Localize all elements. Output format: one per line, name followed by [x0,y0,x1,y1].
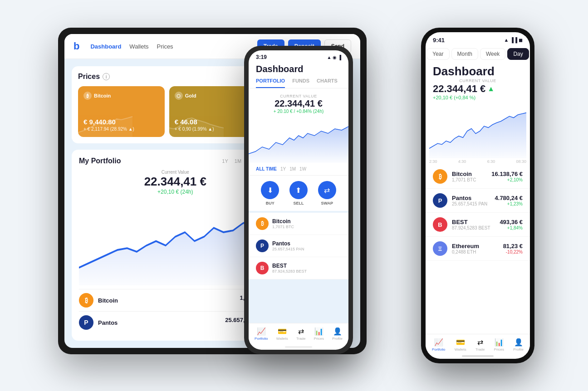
pr-btc-values: 16.138,76 € +2,10% [491,171,523,182]
ph-pan-icon: P [256,239,269,252]
ph-pan-info: Pantos 25.657,5415 PAN [272,240,341,251]
holding-pan[interactable]: P Pantos 25.657,5415 PAN 4.780,91 € [79,311,272,333]
wallets-nav-icon: 💳 [278,327,287,336]
nav-link-dashboard[interactable]: Dashboard [90,43,121,50]
pr-holding-btc[interactable]: ₿ Bitcoin 1,7071 BTC 16.138,76 € +2,10% [426,165,530,189]
phone-mid-time: 3:19 [256,54,267,60]
pr-nav-trade[interactable]: ⇄ Trade [475,338,485,352]
filter-1y[interactable]: 1Y [220,157,230,165]
value-label: Current Value [79,170,272,175]
phone-mid-chart [249,117,348,163]
pr-nav-profile[interactable]: 👤 Profile [513,338,524,352]
buy-icon: ⬇ [261,181,279,199]
sell-action[interactable]: ⬆ SELL [289,181,308,205]
pr-best-icon: B [433,217,447,232]
price-card-gold[interactable]: ⬡ Gold € 46.08 + € 0,90 (1.99% ▲) [169,86,256,137]
buy-action[interactable]: ⬇ BUY [261,181,279,205]
phone-mid-value-label: CURRENT VALUE [256,94,341,98]
nav-item-prices[interactable]: 📊 Prices [314,327,324,341]
pr-pan-icon: P [433,193,447,208]
pr-best-values: 493,36 € +1,84% [500,219,523,230]
swap-action[interactable]: ⇄ SWAP [318,181,336,205]
pr-tab-month[interactable]: Month [451,48,478,60]
pr-holding-eth[interactable]: Ξ Ethereum 0,2488 ETH 81,23 € -10,22% [426,237,530,261]
gold-change: + € 0,90 (1.99% ▲) [175,127,250,132]
phone-right-title: Dashboard [433,64,523,78]
pr-eth-info: Ethereum 0,2488 ETH [452,243,503,254]
phone-mid-tabs: PORTFOLIO FUNDS CHARTS [249,78,348,88]
phone-mid-bottom-nav: 📈 Portfolio 💳 Wallets ⇄ Trade 📊 Prices 👤 [249,323,348,344]
nav-link-wallets[interactable]: Wallets [129,43,148,50]
up-arrow-icon: ▲ [487,85,495,93]
pr-eth-values: 81,23 € -10,22% [503,243,523,254]
ph-btc-info: Bitcoin 1,7071 BTC [272,218,341,229]
phone-mid-holdings: ₿ Bitcoin 1,7071 BTC P Pantos 25.657,541… [249,213,348,279]
pr-tab-day[interactable]: Day [507,48,529,60]
pr-best-info: BEST 87.924,5283 BEST [452,219,500,230]
portfolio-nav-label: Portfolio [255,337,268,341]
pr-nav-prices[interactable]: 📊 Prices [494,338,504,352]
phone-right-status: 9:41 ▲ ▐▐ ◼ [426,32,530,45]
trade-nav-icon: ⇄ [298,327,304,336]
pr-btc-icon: ₿ [433,169,447,184]
sell-icon: ⬆ [289,181,308,199]
pr-nav-portfolio[interactable]: 📈 Portfolio [432,338,445,352]
btc-icon: ₿ [79,293,93,308]
btc-holding-name: Bitcoin [98,297,118,304]
phone-right-status-icons: ▲ ▐▐ ◼ [504,37,523,43]
phone-right-value: 22.344,41 € ▲ [433,83,523,95]
pr-nav-wallets[interactable]: 💳 Wallets [455,338,466,352]
phone-mid-actions: ⬇ BUY ⬆ SELL ⇄ SWAP [249,176,348,211]
tab-portfolio[interactable]: PORTFOLIO [256,78,285,88]
sell-label: SELL [293,201,304,205]
phone-right-tabs: Year Month Week Day [426,45,530,63]
pr-eth-icon: Ξ [433,241,447,256]
phone-holding-best[interactable]: B BEST 87.924,5283 BEST [249,257,348,279]
phone-right-bottom-nav: 📈 Portfolio 💳 Wallets ⇄ Trade 📊 Prices 👤 [426,334,530,353]
tab-charts[interactable]: CHARTS [317,78,338,88]
pr-portfolio-label: Portfolio [432,347,445,352]
phone-mid-home-bar [285,346,312,348]
pr-tab-year[interactable]: Year [426,48,449,60]
x-label-4: 08:30 [516,159,526,164]
svg-marker-5 [429,113,526,158]
buy-label: BUY [266,201,274,205]
holdings-list: ₿ Bitcoin 1,7071 BTC 16.138,76 € P Panto… [79,289,272,333]
tab-funds[interactable]: FUNDS [292,78,309,88]
nav-item-trade[interactable]: ⇄ Trade [296,327,306,341]
portfolio-value: 22.344,41 € [79,175,272,189]
nav-link-prices[interactable]: Prices [157,43,173,50]
svg-marker-3 [79,215,272,285]
filter-alltime[interactable]: ALL TIME [256,166,277,171]
wallets-nav-label: Wallets [276,337,288,341]
pan-icon: P [79,315,93,330]
filter-mid-1m[interactable]: 1M [289,166,296,171]
prices-nav-label: Prices [314,337,324,341]
phone-mid-screen: 3:19 ▲ ◉ ▐ Dashboard PORTFOLIO FUNDS CHA… [249,50,348,350]
ph-best-info: BEST 87.924,5283 BEST [272,263,341,274]
phone-holding-pan[interactable]: P Pantos 25.657,5415 PAN [249,235,348,257]
portfolio-header: My Portfolio 1Y 1M 1W 1D [79,157,272,165]
pr-tab-week[interactable]: Week [480,48,505,60]
filter-1m[interactable]: 1M [233,157,243,165]
pr-profile-icon: 👤 [514,338,523,347]
trade-nav-label: Trade [296,337,306,341]
holding-btc[interactable]: ₿ Bitcoin 1,7071 BTC 16.138,76 € [79,289,272,311]
nav-item-wallets[interactable]: 💳 Wallets [276,327,288,341]
nav-item-portfolio[interactable]: 📈 Portfolio [255,327,268,341]
phone-right-change: +20,10 € (+0,84 %) [433,95,523,100]
pr-holding-pan[interactable]: P Pantos 25.657,5415 PAN 4.780,24 € +1,2… [426,189,530,213]
price-card-btc[interactable]: ₿ Bitcoin € 9,440.80 + € 2,117.94 (28.92… [78,86,165,137]
phone-right-device: 9:41 ▲ ▐▐ ◼ Year Month Week Day Dashboar… [421,28,534,363]
nav-item-profile[interactable]: 👤 Profile [332,327,343,341]
phone-mid-status: 3:19 ▲ ◉ ▐ [249,50,348,62]
pr-holding-best[interactable]: B BEST 87.924,5283 BEST 493,36 € +1,84% [426,213,530,237]
phone-mid-body: CURRENT VALUE 22.344,41 € + 20.10 € / +0… [249,88,348,323]
tablet-logo: b [74,40,79,52]
phone-holding-btc[interactable]: ₿ Bitcoin 1,7071 BTC [249,213,348,235]
info-icon[interactable]: i [103,73,110,80]
phone-right-screen: 9:41 ▲ ▐▐ ◼ Year Month Week Day Dashboar… [426,32,530,359]
pr-btc-info: Bitcoin 1,7071 BTC [452,171,491,182]
filter-mid-1y[interactable]: 1Y [280,166,286,171]
filter-mid-1w[interactable]: 1W [299,166,306,171]
